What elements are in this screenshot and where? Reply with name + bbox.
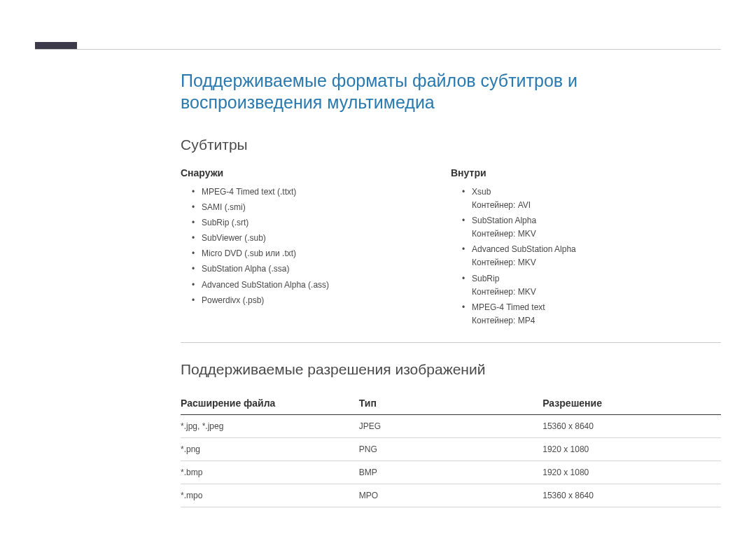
cell-type: MPO — [359, 484, 542, 507]
list-item-label: SubRip (.srt) — [202, 218, 248, 227]
image-formats-table: Расширение файла Тип Разрешение *.jpg, *… — [181, 392, 721, 507]
external-list: MPEG-4 Timed text (.ttxt) SAMI (.smi) Su… — [181, 185, 451, 308]
list-item-label: Xsub — [472, 187, 491, 197]
list-item-label: SubStation Alpha (.ssa) — [202, 264, 289, 274]
list-item: SubRip (.srt) — [192, 216, 451, 230]
cell-res: 15360 x 8640 — [542, 484, 721, 507]
list-item: SubStation Alpha Контейнер: MKV — [462, 214, 721, 241]
list-item-label: SubViewer (.sub) — [202, 233, 266, 243]
external-heading: Снаружи — [181, 167, 451, 178]
top-horizontal-rule — [35, 49, 721, 50]
list-item: Xsub Контейнер: AVI — [462, 185, 721, 212]
list-item: SAMI (.smi) — [192, 201, 451, 214]
accent-bar — [35, 42, 77, 49]
external-subtitles-column: Снаружи MPEG-4 Timed text (.ttxt) SAMI (… — [181, 167, 451, 330]
list-item: SubViewer (.sub) — [192, 232, 451, 245]
images-heading: Поддерживаемые разрешения изображений — [181, 361, 721, 378]
list-item-note: Контейнер: AVI — [472, 199, 721, 212]
table-row: *.jpg, *.jpeg JPEG 15360 x 8640 — [181, 415, 721, 438]
subtitles-heading: Субтитры — [181, 136, 721, 153]
col-header-res: Разрешение — [542, 392, 721, 415]
cell-ext: *.bmp — [181, 461, 359, 484]
table-row: *.png PNG 1920 x 1080 — [181, 438, 721, 461]
list-item: SubStation Alpha (.ssa) — [192, 262, 451, 276]
col-header-ext: Расширение файла — [181, 392, 359, 415]
cell-ext: *.png — [181, 438, 359, 461]
list-item-note: Контейнер: MKV — [472, 227, 721, 241]
cell-res: 1920 x 1080 — [542, 461, 721, 484]
table-row: *.mpo MPO 15360 x 8640 — [181, 484, 721, 507]
list-item: MPEG-4 Timed text (.ttxt) — [192, 185, 451, 199]
table-header-row: Расширение файла Тип Разрешение — [181, 392, 721, 415]
page-title: Поддерживаемые форматы файлов субтитров … — [181, 70, 721, 114]
internal-list: Xsub Контейнер: AVI SubStation Alpha Кон… — [451, 185, 721, 328]
list-item: SubRip Контейнер: MKV — [462, 272, 721, 299]
list-item-note: Контейнер: MKV — [472, 286, 721, 299]
cell-type: PNG — [359, 438, 542, 461]
cell-res: 1920 x 1080 — [542, 438, 721, 461]
list-item-label: SubRip — [472, 274, 499, 283]
list-item-label: Advanced SubStation Alpha (.ass) — [202, 280, 329, 290]
list-item-label: Advanced SubStation Alpha — [472, 244, 576, 254]
list-item-label: MPEG-4 Timed text (.ttxt) — [202, 187, 296, 197]
col-header-type: Тип — [359, 392, 542, 415]
list-item-label: SubStation Alpha — [472, 216, 536, 225]
list-item: Advanced SubStation Alpha (.ass) — [192, 279, 451, 292]
list-item: Advanced SubStation Alpha Контейнер: MKV — [462, 243, 721, 269]
cell-ext: *.mpo — [181, 484, 359, 507]
cell-ext: *.jpg, *.jpeg — [181, 415, 359, 438]
list-item: Powerdivx (.psb) — [192, 294, 451, 307]
internal-subtitles-column: Внутри Xsub Контейнер: AVI SubStation Al… — [451, 167, 721, 330]
list-item-label: Micro DVD (.sub или .txt) — [202, 248, 296, 258]
cell-res: 15360 x 8640 — [542, 415, 721, 438]
list-item-note: Контейнер: MP4 — [472, 314, 721, 328]
table-row: *.bmp BMP 1920 x 1080 — [181, 461, 721, 484]
section-divider — [181, 342, 721, 343]
cell-type: JPEG — [359, 415, 542, 438]
cell-type: BMP — [359, 461, 542, 484]
list-item-label: SAMI (.smi) — [202, 202, 246, 212]
list-item: MPEG-4 Timed text Контейнер: MP4 — [462, 301, 721, 328]
main-content: Поддерживаемые форматы файлов субтитров … — [181, 70, 721, 507]
internal-heading: Внутри — [451, 167, 721, 178]
list-item-label: MPEG-4 Timed text — [472, 302, 545, 312]
list-item: Micro DVD (.sub или .txt) — [192, 247, 451, 260]
subtitles-columns: Снаружи MPEG-4 Timed text (.ttxt) SAMI (… — [181, 167, 721, 330]
list-item-note: Контейнер: MKV — [472, 256, 721, 269]
list-item-label: Powerdivx (.psb) — [202, 295, 264, 305]
